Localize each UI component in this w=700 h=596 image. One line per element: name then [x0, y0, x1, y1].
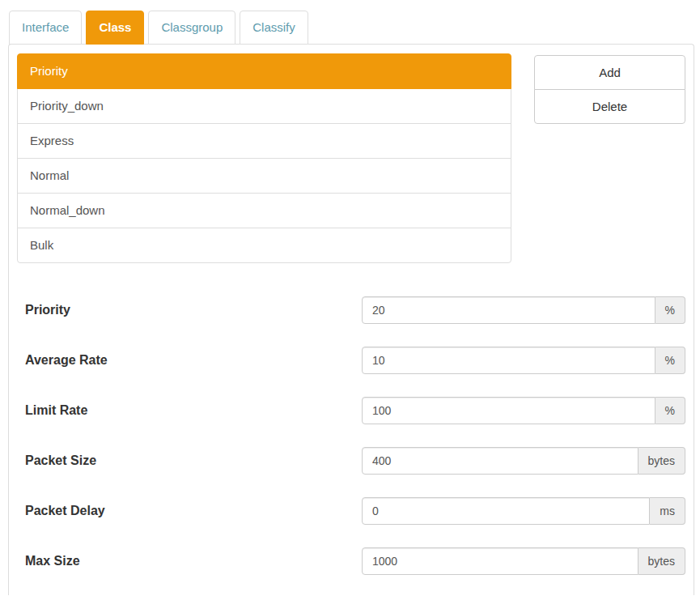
- class-list-item-priority[interactable]: Priority: [17, 53, 511, 89]
- tab-class[interactable]: Class: [86, 11, 144, 45]
- packet-size-input-group: bytes: [362, 447, 685, 475]
- form-row-priority: Priority %: [17, 296, 685, 324]
- average-rate-input-group: %: [362, 347, 685, 374]
- tab-classify[interactable]: Classify: [240, 11, 308, 45]
- average-rate-label: Average Rate: [17, 353, 362, 368]
- limit-rate-label: Limit Rate: [17, 403, 362, 418]
- form-row-packet-delay: Packet Delay ms: [17, 497, 685, 525]
- packet-delay-input[interactable]: [362, 497, 650, 525]
- limit-rate-unit-suffix: %: [655, 397, 685, 424]
- class-list-item-priority-down[interactable]: Priority_down: [17, 88, 511, 124]
- packet-size-input[interactable]: [362, 447, 638, 475]
- packet-delay-label: Packet Delay: [17, 504, 362, 518]
- class-list-section: Priority Priority_down Express Normal No…: [17, 53, 685, 263]
- max-size-input[interactable]: [362, 547, 638, 575]
- max-size-input-group: bytes: [362, 547, 685, 575]
- tab-content-panel: Priority Priority_down Express Normal No…: [8, 44, 694, 595]
- tab-interface[interactable]: Interface: [9, 11, 82, 45]
- form-row-limit-rate: Limit Rate %: [17, 397, 685, 424]
- packet-size-unit-suffix: bytes: [638, 447, 685, 475]
- class-list-item-express[interactable]: Express: [17, 123, 511, 159]
- max-size-unit-suffix: bytes: [638, 547, 685, 575]
- average-rate-input[interactable]: [362, 347, 655, 374]
- tab-classgroup[interactable]: Classgroup: [148, 11, 235, 45]
- average-rate-unit-suffix: %: [655, 347, 685, 374]
- packet-size-label: Packet Size: [17, 453, 362, 468]
- form-row-max-size: Max Size bytes: [17, 547, 685, 575]
- max-size-label: Max Size: [17, 554, 362, 568]
- packet-delay-input-group: ms: [362, 497, 685, 525]
- tab-bar: Interface Class Classgroup Classify: [9, 11, 694, 44]
- delete-button[interactable]: Delete: [534, 89, 685, 124]
- priority-unit-suffix: %: [655, 296, 685, 324]
- class-list-item-normal[interactable]: Normal: [17, 158, 511, 194]
- add-button[interactable]: Add: [534, 55, 685, 90]
- packet-delay-unit-suffix: ms: [650, 497, 685, 525]
- form-row-average-rate: Average Rate %: [17, 347, 685, 374]
- priority-input-group: %: [362, 296, 685, 324]
- form-row-packet-size: Packet Size bytes: [17, 447, 685, 475]
- list-action-buttons: Add Delete: [534, 55, 685, 124]
- class-settings-form: Priority % Average Rate % Limit Rate % P…: [17, 296, 685, 575]
- limit-rate-input[interactable]: [362, 397, 655, 424]
- priority-input[interactable]: [362, 296, 655, 324]
- class-list-item-bulk[interactable]: Bulk: [17, 228, 511, 263]
- class-list: Priority Priority_down Express Normal No…: [17, 53, 511, 263]
- limit-rate-input-group: %: [362, 397, 685, 424]
- priority-label: Priority: [17, 303, 362, 317]
- class-list-item-normal-down[interactable]: Normal_down: [17, 193, 511, 228]
